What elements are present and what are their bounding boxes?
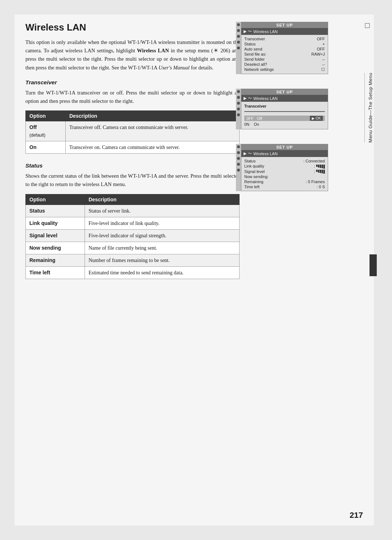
dot-1 <box>237 23 240 26</box>
screen3-icon: 〜 <box>248 151 252 156</box>
list-item-selected: 0FF Off ▶ OK <box>244 116 325 121</box>
screen2-arrow: ▶ <box>244 96 246 101</box>
row-label: Status <box>244 42 256 46</box>
signal-level-bars <box>316 170 325 174</box>
list-item: Auto send OFF <box>244 47 325 52</box>
screen3-arrow: ▶ <box>244 151 246 156</box>
option-on: On <box>26 141 66 154</box>
list-item: Send file as: RAW+J <box>244 52 325 57</box>
opt-time-left: Time left <box>26 266 85 279</box>
table-row: Time left Estimated time needed to send … <box>26 266 240 279</box>
opt-signal-level: Signal level <box>26 229 85 242</box>
row-label: Now sending: <box>244 174 269 179</box>
list-item: Send folder -- <box>244 57 325 62</box>
row-value: : <box>314 164 325 169</box>
screen1-body: Transceiver OFF Status + Auto send OFF S… <box>241 35 328 74</box>
list-item: Now sending: <box>244 174 325 179</box>
dot-2 <box>237 96 240 99</box>
list-item: Status + <box>244 41 325 47</box>
intro-bold: Wireless LAN <box>137 48 169 53</box>
dot-5 <box>237 47 240 49</box>
screen3-header: SET UP <box>241 144 328 150</box>
row-value: OFF <box>317 47 325 51</box>
screen2-subheader: ▶ 〜 Wireless LAN <box>241 95 328 102</box>
dot-5 <box>237 113 240 116</box>
ok-badge: ▶ OK <box>310 116 323 121</box>
opt-now-sending: Now sending <box>26 242 85 254</box>
row-value: : <box>314 169 325 174</box>
dot-1 <box>237 90 240 93</box>
setup-screen-3: SET UP ▶ 〜 Wireless LAN Status : Connect… <box>241 144 328 191</box>
screen2-left-strip <box>236 89 241 129</box>
row-label: 0N On <box>244 122 259 126</box>
row-label: Link quality <box>244 164 264 169</box>
table-row: On Transceiver on. Camera can communicat… <box>26 141 240 154</box>
dot-1 <box>237 145 240 148</box>
screen2-sub2: Transceiver <box>244 103 325 109</box>
screen2-body: Transceiver 0FF Off ▶ OK 0N On <box>241 102 328 129</box>
desc-on: Transceiver on. Camera can communicate w… <box>65 141 239 154</box>
table-row: Remaining Number of frames remaining to … <box>26 254 240 266</box>
transceiver-heading: Transceiver <box>25 79 240 86</box>
dot-4 <box>237 41 240 44</box>
desc-status: Status of server link. <box>85 205 239 217</box>
intro-text-4: for details. <box>189 65 213 70</box>
row-value: -- <box>322 62 325 67</box>
screen1-header: SET UP <box>241 22 328 28</box>
intro-italic: User's Manual <box>159 65 190 70</box>
row-value: OFF <box>317 37 325 41</box>
table-row: Now sending Name of file currently being… <box>26 242 240 254</box>
screenshots-column: SET UP ▶ 〜 Wireless LAN Transceiver OFF … <box>236 22 341 198</box>
status-col-description: Description <box>85 194 239 205</box>
list-item: Link quality : <box>244 164 325 169</box>
transceiver-body: Turn the WT-1/WT-1A transceiver on or of… <box>25 89 240 105</box>
sidebar-label: Menu Guide—The Setup Menu <box>364 73 373 142</box>
status-col-option: Option <box>26 194 85 205</box>
link-quality-bars <box>316 165 325 169</box>
screen3-subheader: ▶ 〜 Wireless LAN <box>241 150 328 157</box>
list-item: Signal level : <box>244 169 325 174</box>
row-label: Auto send <box>244 47 262 51</box>
screen1-left-strip <box>236 22 241 74</box>
table-row: Off(default) Transceiver off. Camera can… <box>26 121 240 141</box>
row-label: Status <box>244 159 256 163</box>
screenshot-1: SET UP ▶ 〜 Wireless LAN Transceiver OFF … <box>236 22 341 74</box>
intro-paragraph: This option is only available when the o… <box>25 38 240 72</box>
off-label: 0FF Off <box>246 116 262 121</box>
list-item: 0N On <box>244 121 325 128</box>
screenshot-3: SET UP ▶ 〜 Wireless LAN Status : Connect… <box>236 144 341 191</box>
table-row: Status Status of server link. <box>26 205 240 217</box>
screen2-inner: SET UP ▶ 〜 Wireless LAN Transceiver 0FF … <box>241 89 341 129</box>
intro-text-2: in the setup menu ( <box>169 48 213 53</box>
opt-status: Status <box>26 205 85 217</box>
main-content: Wireless LAN This option is only availab… <box>25 22 240 288</box>
screen1-subheader-arrow: ▶ <box>244 29 246 34</box>
list-item: Network settings ☐ <box>244 67 325 72</box>
row-value: : Connected <box>303 159 325 163</box>
row-value: + <box>323 42 325 46</box>
table-row: Link quality Five-level indicator of lin… <box>26 217 240 229</box>
dot-2 <box>237 29 240 32</box>
dot-3 <box>237 102 240 105</box>
page-title: Wireless LAN <box>25 22 240 33</box>
option-off: Off(default) <box>26 121 66 141</box>
list-item: Deselect all? -- <box>244 62 325 67</box>
setup-screen-1: SET UP ▶ 〜 Wireless LAN Transceiver OFF … <box>241 22 328 74</box>
screen2-label: Wireless LAN <box>253 96 278 101</box>
dot-5 <box>237 169 240 172</box>
corner-icon: ☐ <box>364 22 370 30</box>
row-label: Transceiver <box>244 37 265 41</box>
screen3-body: Status : Connected Link quality : Signal… <box>241 157 328 191</box>
desc-time-left: Estimated time needed to send remaining … <box>85 266 239 279</box>
dot-3 <box>237 157 240 160</box>
status-heading: Status <box>25 162 240 169</box>
divider <box>244 111 325 112</box>
row-value: : 0 S <box>317 185 325 189</box>
list-item: Time left : 0 S <box>244 184 325 189</box>
desc-remaining: Number of frames remaining to be sent. <box>85 254 239 266</box>
row-value: ☐ <box>321 67 325 72</box>
row-label: Signal level <box>244 169 265 174</box>
list-item: Transceiver OFF <box>244 36 325 41</box>
desc-off: Transceiver off. Camera can not communic… <box>65 121 239 141</box>
status-table: Option Description Status Status of serv… <box>25 194 240 279</box>
